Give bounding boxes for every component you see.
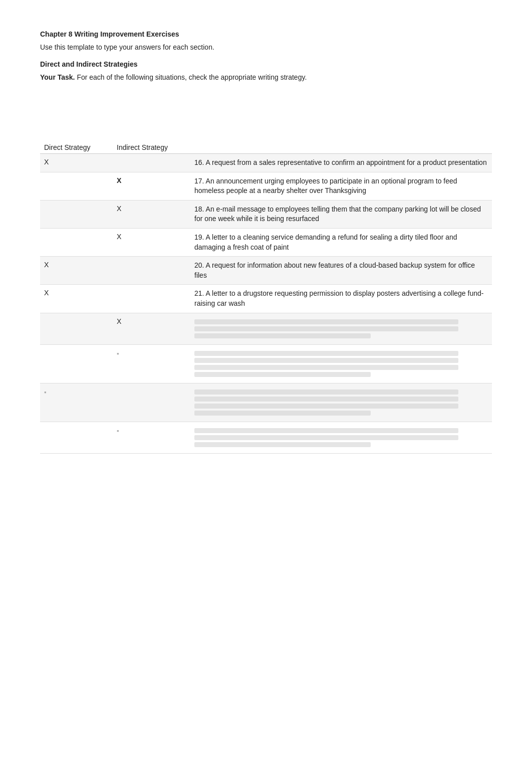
description-cell: 16. A request from a sales representativ… [190,154,492,172]
indirect-cell [113,285,190,313]
indirect-cell: X [113,172,190,200]
table-row: ▪ [40,344,492,383]
indirect-cell [113,257,190,285]
table-row: X19. A letter to a cleaning service dema… [40,228,492,256]
indirect-cell: ▪ [113,344,190,383]
direct-cell [40,200,113,228]
description-cell: 18. An e-mail message to employees telli… [190,200,492,228]
direct-cell: X [40,257,113,285]
task-body: For each of the following situations, ch… [77,73,307,81]
description-cell [190,422,492,453]
section-title: Direct and Indirect Strategies [40,60,492,68]
header-direct: Direct Strategy [40,141,113,154]
description-cell [190,344,492,383]
description-cell: 21. A letter to a drugstore requesting p… [190,285,492,313]
strategy-table: Direct Strategy Indirect Strategy X16. A… [40,141,492,454]
indirect-cell: ▪ [113,422,190,453]
intro-text: Use this template to type your answers f… [40,43,492,51]
indirect-cell: X [113,313,190,344]
table-row: X [40,313,492,344]
indirect-cell: X [113,200,190,228]
table-row: X20. A request for information about new… [40,257,492,285]
task-description: Your Task. For each of the following sit… [40,73,492,81]
chapter-title: Chapter 8 Writing Improvement Exercises [40,30,492,38]
table-row: X18. An e-mail message to employees tell… [40,200,492,228]
direct-cell: X [40,285,113,313]
description-cell: 19. A letter to a cleaning service deman… [190,228,492,256]
indirect-cell [113,154,190,172]
table-row: ▪ [40,422,492,453]
indirect-cell: X [113,228,190,256]
header-indirect: Indirect Strategy [113,141,190,154]
table-row: X16. A request from a sales representati… [40,154,492,172]
description-cell [190,383,492,422]
table-row: X17. An announcement urging employees to… [40,172,492,200]
table-row: ▪ [40,383,492,422]
direct-cell [40,172,113,200]
description-cell [190,313,492,344]
direct-cell [40,228,113,256]
header-description [190,141,492,154]
direct-cell [40,422,113,453]
description-cell: 17. An announcement urging employees to … [190,172,492,200]
direct-cell [40,344,113,383]
direct-cell: ▪ [40,383,113,422]
description-cell: 20. A request for information about new … [190,257,492,285]
table-row: X21. A letter to a drugstore requesting … [40,285,492,313]
task-label: Your Task. [40,73,75,81]
direct-cell: X [40,154,113,172]
indirect-cell [113,383,190,422]
direct-cell [40,313,113,344]
